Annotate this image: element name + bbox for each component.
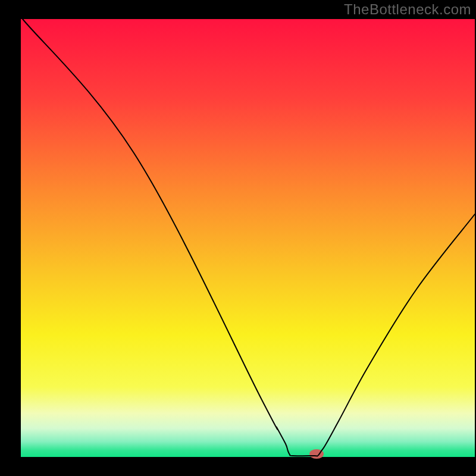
bottleneck-chart [0,0,476,476]
plot-background [21,19,475,457]
chart-root: TheBottleneck.com [0,0,476,476]
